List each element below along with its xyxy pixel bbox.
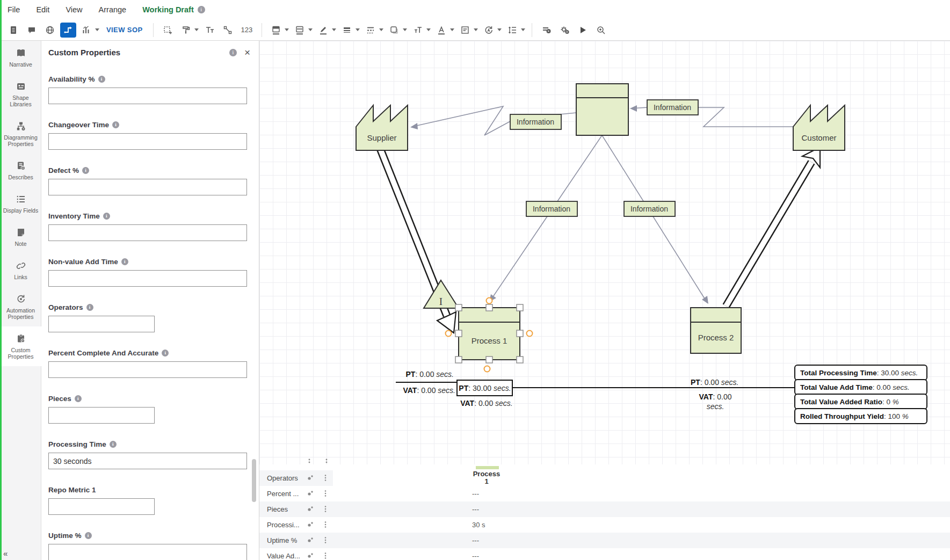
inventory-triangle[interactable]: I <box>424 280 459 308</box>
kebab-menu-icon[interactable] <box>324 490 327 499</box>
working-draft-label[interactable]: Working Draft <box>142 5 194 14</box>
sidebar-item-custom-properties[interactable]: Custom Properties <box>0 326 41 366</box>
connector-info-to-supplier[interactable] <box>412 106 510 135</box>
menu-edit[interactable]: Edit <box>36 5 49 14</box>
format-painter-icon[interactable] <box>178 23 194 38</box>
line-spacing-icon[interactable] <box>504 23 520 38</box>
line-color-caret-icon[interactable] <box>332 28 336 31</box>
process2-shape[interactable]: Process 2 <box>691 308 741 353</box>
availability-input[interactable] <box>48 88 247 104</box>
sidebar-item-display-fields[interactable]: Display Fields <box>0 187 41 220</box>
kebab-menu-icon[interactable] <box>324 552 327 560</box>
field-info-icon[interactable] <box>98 76 105 83</box>
field-info-icon[interactable] <box>103 213 110 220</box>
mapping-icon[interactable] <box>307 536 314 546</box>
table-row[interactable]: Operators <box>259 470 950 486</box>
shape-style-caret-icon[interactable] <box>403 28 407 31</box>
connection-point[interactable] <box>446 331 452 337</box>
zoom-icon[interactable] <box>593 23 609 38</box>
mapping-icon[interactable] <box>307 474 314 484</box>
painter-caret-icon[interactable] <box>194 28 199 31</box>
inventory-time-input[interactable] <box>48 224 247 241</box>
table-row[interactable]: Pieces --- <box>259 501 950 517</box>
field-info-icon[interactable] <box>82 167 89 174</box>
menu-file[interactable]: File <box>8 5 20 14</box>
font-style-icon[interactable] <box>201 23 217 38</box>
connection-points-icon[interactable] <box>220 23 236 38</box>
production-control-box[interactable] <box>576 84 628 135</box>
panel-scrollbar[interactable] <box>252 459 256 502</box>
kebab-menu-icon[interactable] <box>324 474 327 484</box>
connector-customer-to-info[interactable] <box>698 107 793 127</box>
line-style-icon[interactable] <box>362 23 379 38</box>
sidebar-item-automation-properties[interactable]: Automation Properties <box>0 287 41 326</box>
sidebar-item-narrative[interactable]: Narrative <box>0 41 41 74</box>
connector-tool-icon[interactable] <box>60 23 76 38</box>
container-fill-caret-icon[interactable] <box>308 28 313 31</box>
document-icon[interactable] <box>5 23 21 38</box>
supplier-shape[interactable]: Supplier <box>356 105 408 150</box>
connector-control-to-process2[interactable] <box>602 135 707 303</box>
non-value-add-time-input[interactable] <box>48 270 247 287</box>
chart-icon[interactable] <box>78 23 95 38</box>
percent-complete-input[interactable] <box>48 361 247 378</box>
table-row[interactable]: Processi... 30 s <box>259 517 950 533</box>
pieces-input[interactable] <box>48 407 155 424</box>
view-sop-button[interactable]: VIEW SOP <box>106 26 143 34</box>
close-icon[interactable] <box>244 48 250 57</box>
sidebar-item-links[interactable]: Links <box>0 253 41 287</box>
field-info-icon[interactable] <box>86 304 93 311</box>
line-color-icon[interactable] <box>315 23 331 38</box>
field-info-icon[interactable] <box>121 258 128 265</box>
process1-shape[interactable]: Process 1 <box>459 308 520 360</box>
container-fill-icon[interactable] <box>292 23 308 38</box>
kebab-menu-icon[interactable] <box>324 536 327 546</box>
connection-point[interactable] <box>527 331 533 337</box>
customer-shape[interactable]: Customer <box>793 105 845 150</box>
field-info-icon[interactable] <box>110 441 117 448</box>
field-info-icon[interactable] <box>85 532 92 539</box>
comment-icon[interactable] <box>24 23 40 38</box>
chart-caret-icon[interactable] <box>95 28 99 31</box>
connection-point[interactable] <box>487 298 492 304</box>
rotate-caret-icon[interactable] <box>497 28 502 31</box>
fill-color-icon[interactable] <box>268 23 284 38</box>
mapping-icon[interactable] <box>307 490 314 499</box>
shipment-arrow-process2-to-customer[interactable] <box>726 147 820 306</box>
collapse-panel-icon[interactable] <box>3 549 8 558</box>
draft-info-icon[interactable] <box>198 6 205 13</box>
text-align-caret-icon[interactable] <box>474 28 478 31</box>
operators-input[interactable] <box>48 316 155 332</box>
processing-time-input[interactable] <box>48 453 247 469</box>
marquee-select-icon[interactable] <box>159 23 176 38</box>
kebab-menu-icon[interactable] <box>324 521 327 530</box>
play-icon[interactable] <box>575 23 591 38</box>
mapping-icon[interactable] <box>307 552 314 560</box>
font-size-icon[interactable] <box>410 23 426 38</box>
menu-arrange[interactable]: Arrange <box>99 5 127 14</box>
text-color-icon[interactable] <box>433 23 449 38</box>
uptime-input[interactable] <box>48 544 247 560</box>
numeric-fields-icon[interactable]: 123 <box>241 26 253 34</box>
diagram-canvas[interactable]: Information Information Information Info… <box>259 41 950 464</box>
line-style-caret-icon[interactable] <box>379 28 383 31</box>
data-rules-icon[interactable] <box>538 23 554 38</box>
sidebar-item-note[interactable]: Note <box>0 220 41 253</box>
fill-color-caret-icon[interactable] <box>285 28 289 31</box>
rotate-icon[interactable] <box>481 23 497 38</box>
text-color-caret-icon[interactable] <box>450 28 454 31</box>
field-info-icon[interactable] <box>75 395 82 402</box>
automation-gear-icon[interactable] <box>556 23 572 38</box>
sidebar-item-shape-libraries[interactable]: Shape Libraries <box>0 74 41 114</box>
connection-point[interactable] <box>484 366 490 372</box>
cut-row-kebab-icon[interactable] <box>324 458 329 463</box>
line-spacing-caret-icon[interactable] <box>521 28 525 31</box>
table-row[interactable]: Uptime % --- <box>259 533 950 548</box>
shape-style-icon[interactable] <box>386 23 402 38</box>
font-size-caret-icon[interactable] <box>426 28 431 31</box>
mapping-icon[interactable] <box>307 521 314 530</box>
cut-row-kebab-icon[interactable] <box>307 458 312 463</box>
connector-control-to-process1[interactable] <box>490 135 602 301</box>
kebab-menu-icon[interactable] <box>324 505 327 515</box>
field-info-icon[interactable] <box>162 350 169 357</box>
